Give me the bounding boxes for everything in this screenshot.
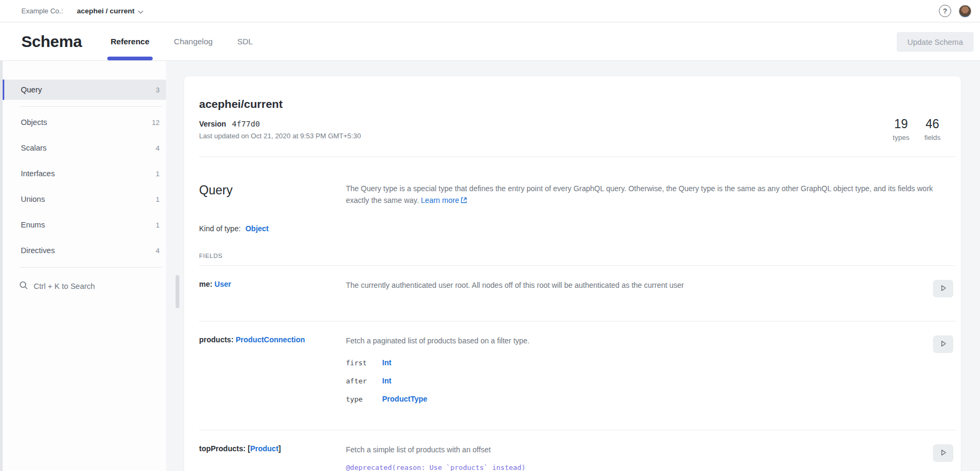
run-in-explorer-button[interactable] bbox=[933, 280, 953, 297]
field-description: Fetch a simple list of products with an … bbox=[346, 444, 915, 456]
tab-changelog[interactable]: Changelog bbox=[174, 22, 213, 60]
sidebar-item-directives[interactable]: Directives4 bbox=[3, 240, 166, 261]
question-mark-icon: ? bbox=[943, 7, 947, 15]
sidebar-item-count: 1 bbox=[156, 195, 160, 203]
org-label: Example Co.: bbox=[21, 7, 63, 15]
stat-value: 46 bbox=[924, 117, 941, 131]
argument-type-link[interactable]: ProductType bbox=[382, 395, 428, 403]
field-description: Fetch a paginated list of products based… bbox=[346, 335, 915, 347]
argument-name: type bbox=[346, 395, 382, 403]
field-row: me: UserThe currently authenticated user… bbox=[199, 266, 955, 315]
sidebar-item-count: 1 bbox=[156, 221, 160, 229]
scrollbar-thumb[interactable] bbox=[176, 275, 179, 308]
schema-stats: 19types46fields bbox=[893, 117, 941, 142]
stat-label: fields bbox=[924, 134, 941, 142]
field-name: products: ProductConnection bbox=[199, 335, 346, 406]
top-bar: Example Co.: acephei / current ? bbox=[0, 0, 980, 22]
play-icon bbox=[939, 449, 947, 458]
field-name-text: topProducts: [ bbox=[199, 444, 250, 453]
schema-type-sidebar: Query3Objects12Scalars4Interfaces1Unions… bbox=[3, 61, 166, 471]
user-avatar[interactable] bbox=[959, 5, 971, 18]
graph-selector-dropdown[interactable]: acephei / current bbox=[77, 7, 144, 15]
field-name: me: User bbox=[199, 280, 346, 297]
type-description: The Query type is a special type that de… bbox=[346, 183, 950, 207]
sidebar-item-count: 4 bbox=[156, 144, 160, 152]
field-name: topProducts: [Product] bbox=[199, 444, 346, 471]
chevron-down-icon bbox=[139, 9, 144, 13]
argument-name: after bbox=[346, 377, 382, 385]
field-row: products: ProductConnectionFetch a pagin… bbox=[199, 321, 955, 423]
sidebar-item-count: 1 bbox=[156, 170, 160, 178]
field-type-link[interactable]: User bbox=[215, 280, 231, 288]
sidebar-item-count: 4 bbox=[156, 247, 160, 255]
page-header: Schema ReferenceChangelogSDL Update Sche… bbox=[0, 22, 980, 61]
search-shortcut[interactable]: Ctrl + K to Search bbox=[3, 276, 166, 296]
sidebar-item-label: Scalars bbox=[21, 144, 46, 152]
search-icon bbox=[19, 281, 28, 292]
sidebar-item-unions[interactable]: Unions1 bbox=[3, 189, 166, 209]
field-name-text: products: bbox=[199, 335, 235, 344]
sidebar-item-label: Enums bbox=[21, 221, 45, 229]
play-icon bbox=[939, 340, 947, 349]
version-hash: 4f77d0 bbox=[232, 120, 259, 128]
graph-selector-value: acephei / current bbox=[77, 7, 135, 15]
argument-type-link[interactable]: Int bbox=[382, 376, 391, 385]
run-in-explorer-button[interactable] bbox=[933, 335, 953, 353]
sidebar-item-objects[interactable]: Objects12 bbox=[3, 112, 166, 132]
type-name-heading: Query bbox=[199, 183, 346, 207]
update-schema-button[interactable]: Update Schema bbox=[897, 32, 974, 52]
help-button[interactable]: ? bbox=[939, 5, 951, 17]
sidebar-item-label: Interfaces bbox=[21, 169, 55, 178]
sidebar-item-label: Directives bbox=[21, 246, 55, 255]
field-name-suffix: ] bbox=[279, 444, 281, 453]
sidebar-item-count: 12 bbox=[152, 119, 160, 127]
field-description: The currently authenticated user root. A… bbox=[346, 280, 915, 291]
field-description-column: Fetch a paginated list of products based… bbox=[346, 335, 926, 406]
learn-more-label: Learn more bbox=[421, 196, 460, 205]
run-in-explorer-button[interactable] bbox=[933, 444, 953, 462]
arguments-list: firstIntafterInttypeProductType bbox=[346, 355, 915, 406]
stat-label: types bbox=[893, 134, 910, 142]
sidebar-item-count: 3 bbox=[156, 86, 160, 94]
deprecated-annotation: @deprecated(reason: Use `products` inste… bbox=[346, 464, 915, 471]
field-type-link[interactable]: Product bbox=[250, 444, 279, 453]
argument-row: firstInt bbox=[346, 355, 915, 370]
divider bbox=[20, 267, 162, 268]
field-actions bbox=[926, 444, 955, 471]
argument-name: first bbox=[346, 359, 382, 367]
stat-value: 19 bbox=[893, 117, 910, 131]
tab-reference[interactable]: Reference bbox=[110, 22, 149, 60]
fields-section-label: FIELDS bbox=[199, 253, 955, 259]
fields-list: me: UserThe currently authenticated user… bbox=[199, 266, 955, 471]
page-title: Schema bbox=[21, 33, 82, 51]
field-actions bbox=[926, 335, 955, 406]
graph-title: acephei/current bbox=[199, 98, 955, 111]
stat-types: 19types bbox=[893, 117, 910, 142]
kind-value-link[interactable]: Object bbox=[246, 224, 269, 233]
sidebar-item-enums[interactable]: Enums1 bbox=[3, 215, 166, 235]
argument-row: afterInt bbox=[346, 373, 915, 388]
version-label: Version bbox=[199, 120, 226, 128]
tab-bar: ReferenceChangelogSDL bbox=[110, 22, 252, 60]
field-type-link[interactable]: ProductConnection bbox=[235, 335, 305, 344]
argument-type-link[interactable]: Int bbox=[382, 358, 391, 367]
divider bbox=[20, 106, 162, 107]
sidebar-item-query[interactable]: Query3 bbox=[3, 80, 166, 100]
schema-reference-card: acephei/current Version 4f77d0 Last upda… bbox=[184, 76, 961, 471]
sidebar-item-scalars[interactable]: Scalars4 bbox=[3, 138, 166, 158]
argument-row: typeProductType bbox=[346, 391, 915, 406]
field-description-column: Fetch a simple list of products with an … bbox=[346, 444, 926, 471]
tab-sdl[interactable]: SDL bbox=[237, 22, 252, 60]
sidebar-item-interfaces[interactable]: Interfaces1 bbox=[3, 163, 166, 184]
kind-of-type-row: Kind of type: Object bbox=[199, 224, 955, 233]
stat-fields: 46fields bbox=[924, 117, 941, 142]
field-row: topProducts: [Product]Fetch a simple lis… bbox=[199, 430, 955, 471]
sidebar-item-label: Objects bbox=[21, 118, 47, 127]
field-actions bbox=[926, 280, 955, 297]
kind-label: Kind of type: bbox=[199, 224, 241, 233]
search-hint-label: Ctrl + K to Search bbox=[34, 282, 95, 291]
sidebar-item-label: Query bbox=[21, 85, 42, 94]
external-link-icon bbox=[461, 195, 467, 207]
learn-more-link[interactable]: Learn more bbox=[421, 196, 468, 205]
field-name-text: me: bbox=[199, 280, 215, 288]
